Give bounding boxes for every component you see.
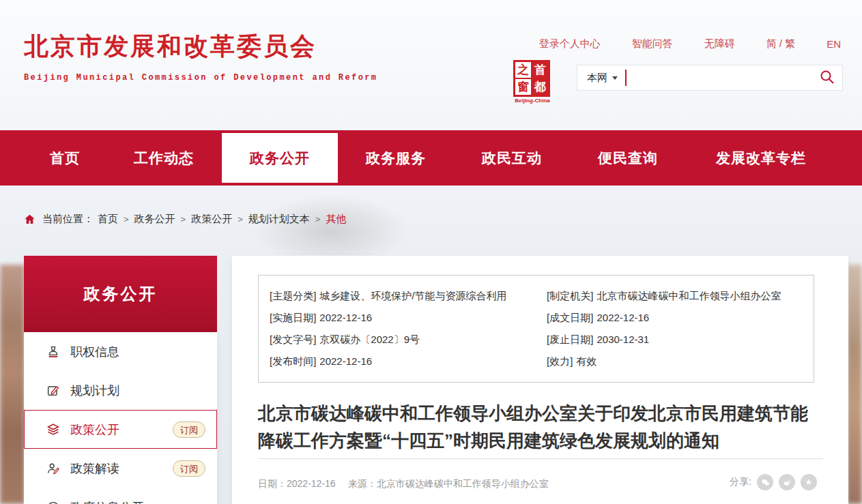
sidebar-item-label: 职权信息 — [70, 344, 119, 360]
sidebar-item-label: 规划计划 — [70, 383, 119, 399]
document-meta-box: [主题分类]城乡建设、环境保护/节能与资源综合利用 [制定机关]北京市碳达峰碳中… — [258, 275, 814, 383]
search-input[interactable] — [627, 65, 815, 90]
seal-char: 窗 — [515, 78, 532, 95]
breadcrumb-policy-open[interactable]: 政策公开 — [191, 213, 232, 226]
compass-icon — [45, 500, 61, 504]
capital-window-seal-logo[interactable]: 之 首 窗 都 Beijing-China — [513, 60, 551, 104]
meta-document-number: [发文字号]京双碳办〔2022〕9号 — [270, 329, 547, 351]
breadcrumb-separator: > — [238, 214, 243, 224]
meta-written-date: [成文日期]2022-12-16 — [547, 307, 803, 329]
sidebar: 政务公开 职权信息 规划计划 政策公开 订阅 — [24, 256, 217, 504]
link-login-personal-center[interactable]: 登录个人中心 — [539, 38, 601, 50]
seal-char: 之 — [515, 61, 532, 78]
meta-abolition-date: [废止日期]2030-12-31 — [547, 329, 803, 351]
source-label: 来源： — [348, 478, 377, 489]
seal-char: 首 — [532, 61, 549, 78]
edit-icon — [45, 383, 61, 398]
chevron-down-icon — [612, 76, 618, 80]
sidebar-item-label: 政策公开 — [70, 421, 119, 438]
breadcrumb-prefix: 当前位置： — [42, 213, 94, 226]
sidebar-list: 职权信息 规划计划 政策公开 订阅 政策解读 订阅 — [24, 332, 217, 504]
sidebar-title: 政务公开 — [24, 256, 217, 332]
background-photo-right — [847, 265, 862, 504]
breadcrumb-home[interactable]: 首页 — [98, 213, 118, 226]
meta-issuing-authority: [制定机关]北京市碳达峰碳中和工作领导小组办公室 — [547, 285, 803, 307]
search-bar: 本网 — [577, 65, 843, 91]
meta-topic-category: [主题分类]城乡建设、环境保护/节能与资源综合利用 — [270, 285, 547, 307]
article-title: 北京市碳达峰碳中和工作领导小组办公室关于印发北京市民用建筑节能降碳工作方案暨“十… — [258, 400, 822, 454]
seal-grid: 之 首 窗 都 — [513, 60, 550, 97]
home-icon[interactable] — [24, 213, 35, 225]
search-button[interactable] — [815, 65, 839, 90]
subscribe-badge[interactable]: 订阅 — [173, 421, 205, 438]
divider — [258, 458, 823, 459]
nav-item-gov-services[interactable]: 政务服务 — [345, 130, 447, 186]
article-panel: [主题分类]城乡建设、环境保护/节能与资源综合利用 [制定机关]北京市碳达峰碳中… — [232, 256, 848, 504]
nav-item-gov-info-active[interactable]: 政务公开 — [222, 133, 338, 183]
breadcrumb-separator: > — [181, 214, 186, 224]
meta-publish-date: [发布时间]2022-12-16 — [270, 351, 547, 372]
share-bar: 分享: ★ — [730, 474, 817, 490]
share-label: 分享: — [730, 476, 751, 488]
nav-item-interaction[interactable]: 政民互动 — [461, 130, 563, 186]
sidebar-item-planning[interactable]: 规划计划 — [24, 371, 217, 410]
search-scope-label: 本网 — [587, 72, 607, 85]
source-value: 北京市碳达峰碳中和工作领导小组办公室 — [377, 478, 549, 489]
meta-validity: [效力]有效 — [547, 351, 803, 372]
seal-char: 都 — [532, 78, 549, 95]
seal-caption: Beijing-China — [513, 98, 551, 104]
header-quick-links: 登录个人中心 智能问答 无障碍 简 / 繁 EN — [508, 38, 841, 50]
sidebar-item-authority-info[interactable]: 职权信息 — [24, 332, 217, 371]
breadcrumb-separator: > — [124, 214, 129, 224]
weibo-share-icon[interactable] — [779, 474, 795, 490]
nav-item-query[interactable]: 便民查询 — [577, 130, 679, 186]
nav-item-work-news[interactable]: 工作动态 — [113, 130, 215, 186]
link-smart-qa[interactable]: 智能问答 — [632, 38, 673, 50]
breadcrumb-separator: > — [315, 214, 321, 224]
layers-icon — [45, 422, 61, 437]
link-accessibility[interactable]: 无障碍 — [704, 38, 735, 50]
sidebar-item-label: 政策解读 — [70, 460, 119, 477]
stamp-icon — [45, 344, 61, 359]
date-value: 2022-12-16 — [287, 478, 336, 489]
article-date-source: 日期：2022-12-16来源：北京市碳达峰碳中和工作领导小组办公室 — [258, 478, 549, 490]
nav-item-home[interactable]: 首页 — [27, 130, 102, 186]
favorite-share-icon[interactable]: ★ — [801, 474, 817, 490]
person-pen-icon — [45, 461, 61, 476]
date-label: 日期： — [258, 478, 287, 489]
wechat-share-icon[interactable] — [757, 474, 773, 490]
nav-item-special-column[interactable]: 发展改革专栏 — [693, 130, 829, 186]
search-scope-dropdown[interactable]: 本网 — [587, 72, 618, 85]
site-logo[interactable]: 北京市发展和改革委员会 Beijing Municipal Commission… — [24, 30, 377, 83]
site-title: 北京市发展和改革委员会 — [24, 30, 377, 63]
site-subtitle: Beijing Municipal Commission of Developm… — [24, 73, 377, 83]
link-simplified-traditional[interactable]: 简 / 繁 — [766, 38, 796, 50]
sidebar-item-policy-open[interactable]: 政策公开 订阅 — [24, 410, 217, 449]
sidebar-item-label: 政府信息公开 — [70, 499, 144, 504]
background-photo-left — [0, 265, 25, 504]
search-icon — [819, 69, 835, 87]
breadcrumb-plan-texts[interactable]: 规划计划文本 — [248, 213, 310, 226]
breadcrumb-current-other[interactable]: 其他 — [326, 213, 346, 226]
main-nav: 首页 工作动态 政务公开 政务服务 政民互动 便民查询 发展改革专栏 — [0, 130, 862, 186]
page: 北京市发展和改革委员会 Beijing Municipal Commission… — [0, 0, 862, 504]
subscribe-badge[interactable]: 订阅 — [173, 460, 205, 477]
sidebar-item-gov-info-disclosure[interactable]: 政府信息公开 — [24, 488, 217, 504]
sidebar-item-policy-interpretation[interactable]: 政策解读 订阅 — [24, 449, 217, 488]
breadcrumb: 当前位置： 首页 > 政务公开 > 政策公开 > 规划计划文本 > 其他 — [24, 213, 346, 226]
meta-implementation-date: [实施日期]2022-12-16 — [270, 307, 547, 329]
breadcrumb-gov-info[interactable]: 政务公开 — [134, 213, 175, 226]
link-english[interactable]: EN — [827, 38, 841, 50]
